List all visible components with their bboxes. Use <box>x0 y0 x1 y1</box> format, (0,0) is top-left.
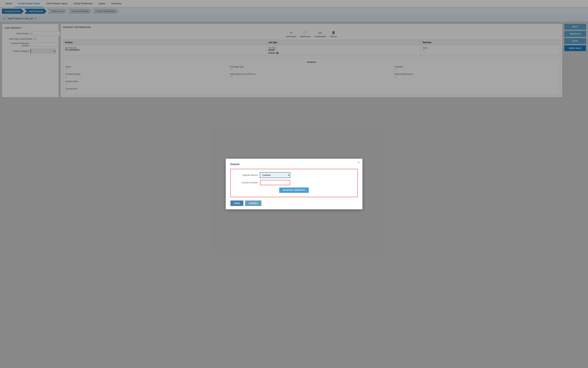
modal-overlay: Dispute ✕ Dispute Reason Contract Warran… <box>0 0 588 99</box>
